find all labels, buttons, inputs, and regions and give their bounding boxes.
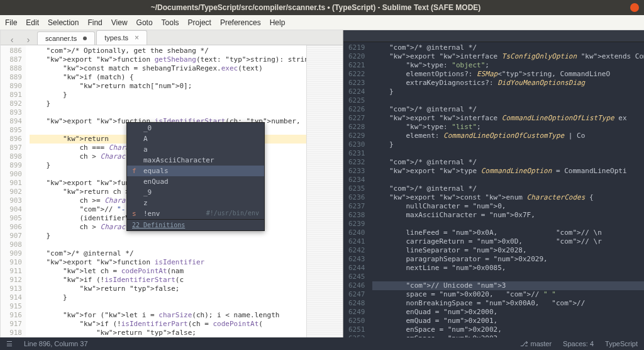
menu-help[interactable]: Help	[270, 18, 286, 27]
autocomplete-popup[interactable]: _0AamaxAsciiCharacterfequalsenQuad_9zs!e…	[126, 122, 265, 231]
tab-scanner[interactable]: scanner.ts	[37, 31, 95, 45]
autocomplete-footer[interactable]: 22 Definitions	[127, 219, 264, 230]
autocomplete-item[interactable]: a	[127, 144, 264, 155]
autocomplete-item[interactable]: enQuad	[127, 176, 264, 187]
autocomplete-item[interactable]: s!env#!/usr/bin/env	[127, 208, 264, 219]
autocomplete-item[interactable]: _0	[127, 123, 264, 133]
close-tab-icon[interactable]: ×	[135, 33, 139, 42]
gutter-right: 6219622062216222622362246225622662276228…	[343, 42, 369, 337]
minimap-left[interactable]	[306, 45, 343, 337]
editor-pane-left: ‹ › scanner.ts types.ts × 88688788888989…	[1, 30, 343, 337]
modified-dot-icon	[83, 37, 87, 40]
gutter-left: 8868878888898908918928938948958968978988…	[1, 45, 26, 337]
nav-back-icon[interactable]: ‹	[4, 35, 19, 45]
tab-label: types.ts	[104, 34, 128, 42]
tab-bar-right: + ▾	[343, 30, 644, 42]
autocomplete-item[interactable]: z	[127, 198, 264, 208]
autocomplete-item[interactable]: A	[127, 133, 264, 144]
code-area-right[interactable]: 6219622062216222622362246225622662276228…	[343, 42, 644, 337]
tab-label: scanner.ts	[45, 35, 77, 42]
menu-find[interactable]: Find	[87, 18, 102, 27]
menu-selection[interactable]: Selection	[48, 18, 79, 27]
status-lang[interactable]: TypeScript	[605, 340, 638, 347]
menu-view[interactable]: View	[111, 18, 128, 27]
status-spaces[interactable]: Spaces: 4	[563, 340, 594, 347]
nav-fwd-icon[interactable]: ›	[21, 35, 36, 45]
codelines-right[interactable]: "com">/* @internal */ "kw">export "kw">i…	[369, 42, 644, 337]
window-title: ~/Documents/TypeScript/src/compiler/scan…	[5, 3, 626, 12]
menu-file[interactable]: File	[5, 18, 17, 27]
status-cursor[interactable]: Line 896, Column 37	[24, 340, 88, 347]
menu-preferences[interactable]: Preferences	[220, 18, 261, 27]
tab-bar-left: ‹ › scanner.ts types.ts ×	[1, 30, 343, 45]
titlebar: ~/Documents/TypeScript/src/compiler/scan…	[0, 0, 644, 15]
main: /*emitter.ts/*moduleNameResolver.ts/*mod…	[0, 30, 644, 337]
menu-goto[interactable]: Goto	[136, 18, 153, 27]
hamburger-icon[interactable]: ☰	[6, 340, 13, 348]
editor-area: ‹ › scanner.ts types.ts × 88688788888989…	[1, 30, 644, 337]
autocomplete-item[interactable]: maxAsciiCharacter	[127, 155, 264, 166]
autocomplete-item[interactable]: fequals	[127, 166, 264, 176]
close-icon[interactable]	[630, 3, 639, 12]
menu-tools[interactable]: Tools	[162, 18, 179, 27]
editor-pane-right: + ▾ 621962206221622262236224622562266227…	[343, 30, 644, 337]
autocomplete-item[interactable]: _9	[127, 187, 264, 198]
code-area-left[interactable]: 8868878888898908918928938948958968978988…	[1, 45, 343, 337]
tab-types-left[interactable]: types.ts ×	[96, 30, 147, 45]
menu-edit[interactable]: Edit	[26, 18, 39, 27]
menu-project[interactable]: Project	[188, 18, 211, 27]
menubar: FileEditSelectionFindViewGotoToolsProjec…	[0, 15, 644, 30]
status-branch[interactable]: ⎇ master	[520, 340, 552, 348]
statusbar: ☰ Line 896, Column 37 ⎇ master Spaces: 4…	[0, 337, 644, 350]
